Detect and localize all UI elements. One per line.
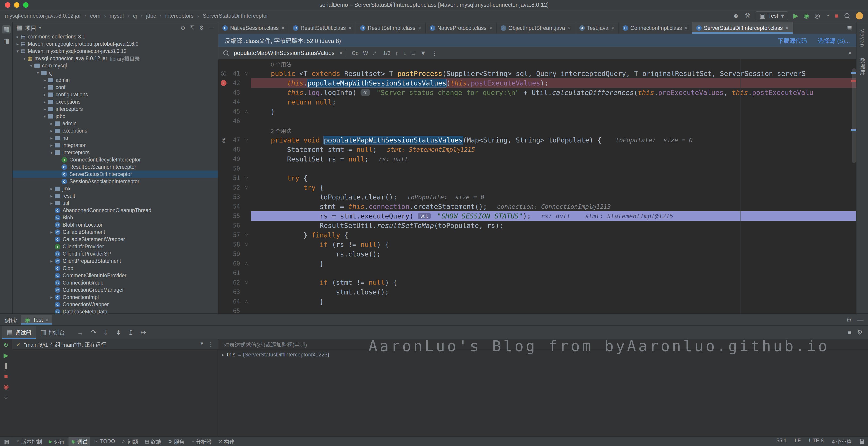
tree-row[interactable]: ▾jdbc	[13, 113, 218, 120]
status-bar-item[interactable]: ☑TODO	[92, 438, 118, 445]
show-execution-point-icon[interactable]: →	[77, 329, 84, 336]
debug-icon[interactable]: ◉	[804, 13, 809, 19]
status-bar-item[interactable]: ⚠问题	[119, 437, 141, 446]
search-stripe-mark[interactable]	[851, 129, 856, 131]
fold-marker-icon[interactable]: ˅	[242, 241, 251, 248]
chevron-expanded-icon[interactable]: ▾	[21, 56, 28, 61]
fold-marker-icon[interactable]: ˄	[242, 108, 251, 115]
code-area[interactable]: 0 个用法↑41˅public <T extends Resultset> T …	[218, 59, 856, 314]
thread-selector[interactable]: ✓ "main"@1 在组"main"中: 正在运行 ▼ ⋮	[12, 339, 218, 350]
users-icon[interactable]: ☻	[733, 13, 739, 19]
editor-tab[interactable]: CNativeProtocol.class×	[426, 22, 497, 34]
chevron-collapsed-icon[interactable]: ▸	[49, 186, 55, 191]
chevron-collapsed-icon[interactable]: ▸	[49, 136, 55, 141]
editor-tab[interactable]: CResultSetImpl.class×	[356, 22, 426, 34]
chevron-collapsed-icon[interactable]: ▸	[49, 295, 55, 300]
tree-row[interactable]: CConnectionGroup	[13, 279, 218, 286]
tree-row[interactable]: ▸integration	[13, 142, 218, 149]
code-line[interactable]: 54stmt = this.connection.createStatement…	[218, 202, 856, 211]
tree-row[interactable]: ▸admin	[13, 77, 218, 84]
code-line[interactable]: ✓42this.populateMapWithSessionStatusValu…	[218, 78, 856, 88]
search-stripe-mark[interactable]	[851, 72, 856, 74]
filter-icon[interactable]: ▼	[420, 50, 426, 56]
locate-icon[interactable]: ⊕	[181, 25, 185, 31]
tree-row[interactable]: CCallableStatementWrapper	[13, 236, 218, 243]
project-panel-title[interactable]: 项目	[25, 24, 36, 32]
tree-row[interactable]: ▾▦mysql-connector-java-8.0.12.jarlibrary…	[13, 55, 218, 62]
profiler-icon[interactable]: ◔	[826, 13, 829, 19]
debug-view-tab[interactable]: ▤调试器	[2, 326, 36, 339]
fold-marker-icon[interactable]: ˅	[242, 184, 251, 191]
chevron-collapsed-icon[interactable]: ▸	[49, 230, 55, 235]
editor-tab[interactable]: CConnectionImpl.class×	[619, 22, 692, 34]
tree-row[interactable]: ▸ha	[13, 135, 218, 142]
rerun-icon[interactable]: ↻	[3, 342, 8, 348]
status-bar-item[interactable]: ◔分析器	[188, 437, 214, 446]
tree-row[interactable]: CServerStatusDiffInterceptor	[13, 171, 218, 178]
tree-row[interactable]: ▸util	[13, 200, 218, 207]
zoom-window-button[interactable]	[23, 2, 29, 8]
collapse-all-icon[interactable]: ↸	[190, 25, 195, 31]
toolwindow-stripe-label[interactable]: 数据库	[859, 58, 866, 76]
tree-row[interactable]: ▸exceptions	[13, 98, 218, 106]
status-bar-item[interactable]: ⚙服务	[165, 437, 187, 446]
minimize-window-button[interactable]	[14, 2, 20, 8]
run-configuration-selector[interactable]: ▣Test▾	[756, 11, 788, 20]
status-bar-item[interactable]: ⚒构建	[215, 437, 237, 446]
settings-icon[interactable]: ⚙	[857, 329, 863, 336]
chevron-down-icon[interactable]: ▾	[39, 25, 41, 30]
tree-row[interactable]: ▸exceptions	[13, 127, 218, 135]
tree-row[interactable]: ▾com.mysql	[13, 62, 218, 69]
layout-settings-icon[interactable]: ≡	[848, 329, 851, 336]
tree-row[interactable]: ▾interceptors	[13, 149, 218, 156]
tree-row[interactable]: ▸CConnectionImpl	[13, 294, 218, 301]
close-icon[interactable]: ×	[45, 317, 49, 322]
minimize-icon[interactable]: —	[857, 317, 864, 323]
evaluate-expression-input[interactable]: 对表达式求值(⏎)或添加监视(⌘⏎)	[218, 339, 868, 350]
tree-row[interactable]: ▸admin	[13, 120, 218, 127]
code-line[interactable]: 65	[218, 306, 856, 314]
avatar[interactable]	[856, 12, 863, 20]
breadcrumb-item[interactable]: jdbc	[146, 13, 156, 19]
chevron-expanded-icon[interactable]: ▾	[28, 63, 34, 68]
chevron-collapsed-icon[interactable]: ▸	[41, 85, 48, 90]
tree-row[interactable]: ▸▤commons-collections-3.1	[13, 33, 218, 40]
tab-close-icon[interactable]: ×	[489, 25, 492, 31]
editor-tab[interactable]: CNativeSession.class×	[218, 22, 289, 34]
tab-list-icon[interactable]: ≣	[847, 25, 852, 31]
chevron-collapsed-icon[interactable]: ▸	[14, 41, 21, 47]
commit-icon[interactable]: ◨	[3, 38, 9, 44]
breadcrumb-item[interactable]: interceptors	[165, 13, 193, 19]
build-hammer-icon[interactable]: ⚒	[745, 13, 750, 19]
status-bar-item[interactable]: Y版本控制	[14, 437, 45, 446]
breakpoint-icon[interactable]: ✓	[221, 80, 226, 86]
step-out-icon[interactable]: ↥	[128, 329, 133, 336]
editor-tab[interactable]: JTest.java×	[575, 22, 619, 34]
breadcrumb-item[interactable]: com	[90, 13, 100, 19]
tree-row[interactable]: ▸CCallableStatement	[13, 229, 218, 236]
tree-row[interactable]: ▸configurations	[13, 91, 218, 98]
pause-icon[interactable]: ∥	[4, 363, 8, 369]
select-all-icon[interactable]: ≡	[411, 50, 415, 56]
status-bar-item[interactable]: ▶运行	[46, 437, 67, 446]
chevron-collapsed-icon[interactable]: ▸	[49, 128, 55, 133]
chevron-expanded-icon[interactable]: ▾	[49, 150, 55, 155]
editor-scrollbar[interactable]	[852, 68, 856, 163]
more-icon[interactable]: ⋮	[208, 341, 214, 348]
code-line[interactable]: 63stmt.close();	[218, 287, 856, 297]
usages-lens[interactable]: 2 个用法	[271, 127, 291, 135]
chevron-collapsed-icon[interactable]: ▸	[49, 194, 55, 199]
breadcrumb-item[interactable]: mysql	[110, 13, 124, 19]
code-line[interactable]: 53toPopulate.clear();toPopulate: size = …	[218, 192, 856, 202]
toolwindow-stripe-label[interactable]: Maven	[859, 29, 865, 48]
close-window-button[interactable]	[5, 2, 10, 8]
coverage-icon[interactable]: ◎	[815, 13, 820, 19]
code-line[interactable]: 62˅if (stmt != null) {	[218, 278, 856, 287]
tree-row[interactable]: CClientInfoProviderSP	[13, 250, 218, 257]
filter-icon[interactable]: ▼	[199, 341, 204, 348]
run-icon[interactable]: ▶	[794, 13, 798, 19]
chevron-expanded-icon[interactable]: ▾	[35, 70, 41, 76]
tree-row[interactable]: ▸CClientPreparedStatement	[13, 257, 218, 265]
tree-row[interactable]: ▾cj	[13, 69, 218, 77]
status-bar-item[interactable]: ◉调试	[68, 437, 90, 446]
